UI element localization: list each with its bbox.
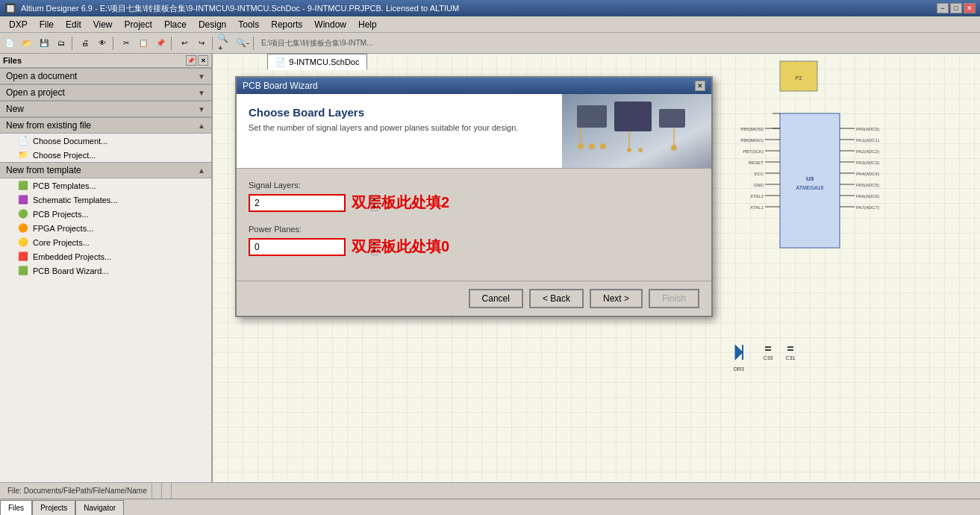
next-button[interactable]: Next >	[590, 289, 643, 308]
app-icon: 🔲	[4, 3, 16, 14]
wizard-title-text: PCB Board Wizard	[243, 81, 318, 91]
bottom-tab-nav[interactable]: Navigator	[75, 500, 124, 515]
window-controls: − □ ✕	[937, 3, 976, 13]
schematic-canvas[interactable]: U3 ATMEGA16 PB5(MOSI) PB6(MISO) PB7(SCK)…	[213, 54, 980, 482]
section-open-document[interactable]: Open a document ▼	[0, 68, 211, 84]
sep2	[113, 37, 116, 50]
svg-text:PA4(ADC4): PA4(ADC4)	[856, 172, 879, 176]
paste-btn[interactable]: 📌	[152, 35, 169, 52]
minimize-button[interactable]: −	[937, 3, 949, 13]
menu-dxp[interactable]: DXP	[3, 18, 34, 31]
status-zoom	[162, 483, 172, 499]
close-button[interactable]: ✕	[964, 3, 976, 13]
item-embedded-projects[interactable]: 🟥 Embedded Projects...	[0, 249, 211, 263]
panel-header: Files 📌 ✕	[0, 54, 211, 68]
section-open-document-label: Open a document	[6, 71, 77, 81]
print-btn[interactable]: 🖨	[77, 35, 93, 52]
signal-layers-spinbox[interactable]: ▲ ▼	[249, 194, 346, 212]
zoom-out-btn[interactable]: 🔍-	[234, 35, 251, 52]
maximize-button[interactable]: □	[950, 3, 962, 13]
section-open-project[interactable]: Open a project ▼	[0, 84, 211, 101]
item-pcb-projects[interactable]: 🟢 PCB Projects...	[0, 207, 211, 221]
zoom-in-btn[interactable]: 🔍+	[217, 35, 234, 52]
fpga-projects-icon: 🟠	[18, 223, 28, 233]
new-from-existing-arrow-icon: ▲	[198, 122, 205, 130]
cancel-button[interactable]: Cancel	[469, 289, 523, 308]
pcb-projects-icon: 🟢	[18, 209, 28, 219]
schematic-file-icon: 📄	[275, 57, 286, 67]
item-schematic-templates-label: Schematic Templates...	[33, 196, 118, 205]
svg-point-61	[638, 148, 643, 152]
save-btn[interactable]: 💾	[36, 35, 52, 52]
bottom-tab-projects[interactable]: Projects	[32, 500, 75, 515]
status-text: File: Documents/FilePath/FileName/Name	[7, 487, 147, 495]
menu-file[interactable]: File	[34, 18, 60, 31]
menu-edit[interactable]: Edit	[60, 18, 87, 31]
svg-text:PB7(SCK): PB7(SCK)	[743, 149, 764, 154]
svg-text:PB6(MISO): PB6(MISO)	[740, 138, 764, 143]
wizard-icon: 🟩	[18, 266, 28, 275]
main-area: Files 📌 ✕ Open a document ▼ Open a proje…	[0, 54, 980, 482]
doc-icon: 📄	[18, 136, 28, 146]
svg-text:C33: C33	[764, 355, 773, 360]
sep5	[253, 37, 256, 50]
panel-close-icon[interactable]: ✕	[198, 55, 208, 66]
menu-tools[interactable]: Tools	[232, 18, 265, 31]
svg-marker-35	[735, 345, 743, 360]
redo-btn[interactable]: ↪	[193, 35, 210, 52]
menu-project[interactable]: Project	[119, 18, 158, 31]
wizard-content: Choose Board Layers Set the number of si…	[237, 94, 711, 316]
title-text: Altium Designer 6.9 - E:\项目七集\转接板合集\9-IN…	[21, 3, 937, 14]
menu-design[interactable]: Design	[193, 18, 232, 31]
item-choose-document[interactable]: 📄 Choose Document...	[0, 134, 211, 148]
section-new[interactable]: New ▼	[0, 101, 211, 117]
back-button[interactable]: < Back	[529, 289, 584, 308]
finish-button[interactable]: Finish	[649, 289, 699, 308]
bottom-tab-files[interactable]: Files	[0, 500, 32, 515]
section-new-from-template[interactable]: New from template ▲	[0, 162, 211, 178]
power-planes-label: Power Planes:	[249, 225, 699, 234]
svg-text:VCC: VCC	[754, 172, 764, 176]
item-pcb-board-wizard[interactable]: 🟩 PCB Board Wizard...	[0, 263, 211, 278]
wizard-close-button[interactable]: ✕	[695, 81, 705, 91]
panel-controls: 📌 ✕	[186, 55, 208, 66]
tab-schematic[interactable]: 📄 9-INTMCU.SchDoc	[267, 54, 367, 70]
cut-btn[interactable]: ✂	[118, 35, 134, 52]
section-new-from-existing[interactable]: New from existing file ▲	[0, 117, 211, 134]
item-choose-project[interactable]: 📁 Choose Project...	[0, 148, 211, 162]
menu-window[interactable]: Window	[308, 18, 352, 31]
annotation-signal-layers: 双层板此处填2	[352, 193, 449, 213]
menu-reports[interactable]: Reports	[265, 18, 308, 31]
item-schematic-templates[interactable]: 🟪 Schematic Templates...	[0, 193, 211, 207]
print-preview-btn[interactable]: 👁	[94, 35, 110, 52]
panel-pin-icon[interactable]: 📌	[186, 55, 196, 66]
core-projects-icon: 🟡	[18, 237, 28, 247]
wizard-description: Set the number of signal layers and powe…	[249, 123, 550, 132]
item-pcb-projects-label: PCB Projects...	[33, 210, 89, 219]
item-pcb-templates[interactable]: 🟩 PCB Templates...	[0, 178, 211, 193]
wizard-dialog: PCB Board Wizard ✕ Choose Board Layers S…	[235, 76, 713, 317]
svg-text:PA0(ADC0): PA0(ADC0)	[856, 127, 879, 131]
status-coords	[152, 483, 162, 499]
save-all-btn[interactable]: 🗂	[53, 35, 69, 52]
svg-rect-39	[765, 349, 771, 351]
new-btn[interactable]: 📄	[1, 35, 18, 52]
signal-layers-row: ▲ ▼ 双层板此处填2	[249, 193, 699, 213]
item-choose-document-label: Choose Document...	[33, 137, 107, 146]
undo-btn[interactable]: ↩	[176, 35, 193, 52]
copy-btn[interactable]: 📋	[135, 35, 152, 52]
power-planes-spinbox[interactable]: ▲ ▼	[249, 238, 346, 256]
svg-point-62	[671, 145, 677, 151]
sch-templates-icon: 🟪	[18, 195, 28, 205]
item-choose-project-label: Choose Project...	[33, 151, 96, 160]
menu-place[interactable]: Place	[158, 18, 193, 31]
svg-text:PA6(ADC6): PA6(ADC6)	[856, 194, 879, 199]
wizard-header: Choose Board Layers Set the number of si…	[237, 94, 711, 169]
item-fpga-projects[interactable]: 🟠 FPGA Projects...	[0, 221, 211, 235]
open-btn[interactable]: 📂	[19, 35, 35, 52]
menu-help[interactable]: Help	[352, 18, 383, 31]
item-core-projects-label: Core Projects...	[33, 238, 90, 247]
item-core-projects[interactable]: 🟡 Core Projects...	[0, 235, 211, 249]
svg-text:U3: U3	[806, 175, 814, 182]
menu-view[interactable]: View	[87, 18, 119, 31]
